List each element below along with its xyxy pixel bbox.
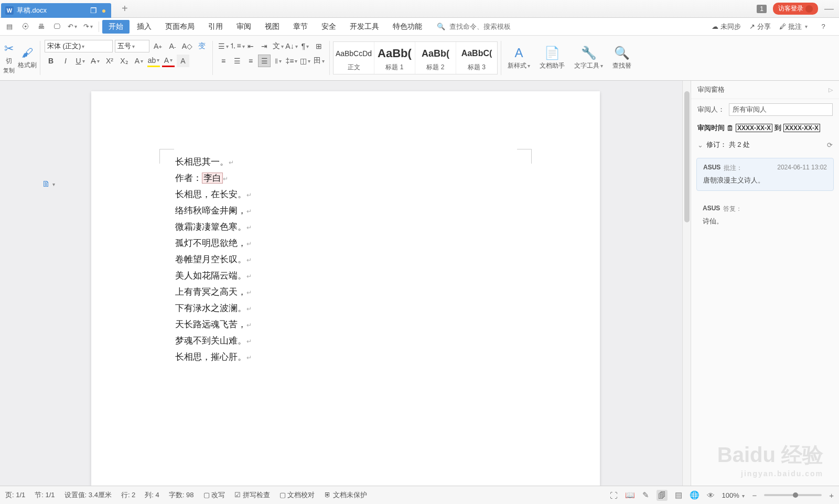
row-indicator[interactable]: 行: 2 (121, 490, 135, 500)
find-replace-button[interactable]: 🔍 查找替 (612, 46, 631, 70)
doc-line[interactable]: 天长路远魂飞苦，↵ (175, 317, 516, 333)
share-button[interactable]: ↗ 分享 (749, 22, 771, 31)
tab-insert[interactable]: 插入 (131, 20, 158, 34)
add-tab-button[interactable]: + (122, 3, 128, 15)
fullscreen-icon[interactable]: ⛶ (610, 491, 618, 500)
phonetic-icon[interactable]: 变 (196, 40, 208, 52)
bullets-button[interactable]: ☰▾ (217, 40, 230, 52)
increase-indent-button[interactable]: ⇥ (258, 40, 271, 52)
comment-card[interactable]: ASUS 批注： 2024-06-11 13:02 唐朝浪漫主义诗人。 (696, 158, 834, 191)
tab-review[interactable]: 审阅 (230, 20, 257, 34)
font-color-button[interactable]: A▾ (162, 55, 175, 67)
refresh-icon[interactable]: ⟳ (827, 141, 833, 149)
line-spacing-button[interactable]: ‡≡▾ (285, 55, 298, 67)
text-direction-button[interactable]: 文▾ (272, 40, 284, 52)
doc-line[interactable]: 微霜凄凄簟色寒。↵ (175, 219, 516, 235)
undo-icon[interactable]: ↶▾ (66, 20, 79, 33)
chevron-down-icon[interactable]: ⌄ (697, 141, 703, 149)
font-family-select[interactable]: 宋体 (正文)▾ (45, 40, 113, 52)
style-heading2[interactable]: AaBb( 标题 2 (415, 42, 456, 74)
comment-card[interactable]: ASUS 答复： 诗仙。 (696, 199, 834, 231)
doc-line[interactable]: 长相思其一。↵ (175, 154, 516, 170)
overwrite-toggle[interactable]: ▢ 改写 (203, 490, 225, 500)
tracked-change[interactable]: 李白 (202, 173, 223, 184)
justify-button[interactable]: ☰ (258, 55, 271, 67)
redo-icon[interactable]: ↷▾ (82, 20, 94, 33)
align-right-button[interactable]: ≡ (244, 55, 257, 67)
style-gallery[interactable]: AaBbCcDd 正文 AaBb( 标题 1 AaBb( 标题 2 AaBbC(… (333, 41, 498, 74)
save-icon[interactable]: 🖸 (19, 20, 31, 33)
document-tab[interactable]: W 草稿.docx ❐ ● (1, 3, 111, 18)
new-style-button[interactable]: A 新样式▾ (508, 46, 530, 70)
doc-line[interactable]: 长相思，在长安。↵ (175, 187, 516, 203)
setup-indicator[interactable]: 设置值: 3.4厘米 (64, 490, 112, 500)
section-indicator[interactable]: 节: 1/1 (35, 490, 55, 500)
reviewer-select[interactable]: 所有审阅人 (729, 103, 833, 116)
doc-line[interactable]: 长相思，摧心肝。↵ (175, 349, 516, 366)
calendar-icon[interactable]: 🗓 (727, 124, 734, 132)
print-icon[interactable]: 🖶 (35, 20, 47, 33)
shrink-font-icon[interactable]: A- (166, 40, 179, 52)
print-preview-icon[interactable]: 🖵 (50, 20, 63, 33)
date-to[interactable]: XXXX-XX-X (783, 124, 820, 132)
tab-features[interactable]: 特色功能 (386, 20, 428, 34)
help-icon[interactable]: ? (817, 20, 830, 33)
superscript-button[interactable]: X² (103, 55, 116, 67)
vertical-scrollbar[interactable] (682, 81, 691, 486)
para-marks-button[interactable]: ¶▾ (299, 40, 311, 52)
clear-format-icon[interactable]: A◇ (181, 40, 193, 52)
doc-line-author[interactable]: 作者：李白↵ (175, 170, 516, 187)
outline-view-icon[interactable]: ▤ (675, 490, 682, 500)
word-count[interactable]: 字数: 98 (169, 490, 194, 500)
zoom-out-icon[interactable]: − (752, 491, 757, 500)
style-heading3[interactable]: AaBbC( 标题 3 (456, 42, 497, 74)
italic-button[interactable]: I (59, 55, 72, 67)
comment-anchor-icon[interactable]: 🗎▾ (42, 179, 55, 189)
align-left-button[interactable]: ≡ (217, 55, 230, 67)
zoom-slider[interactable] (764, 494, 822, 496)
close-icon[interactable]: ▷ (829, 87, 833, 93)
proofing-toggle[interactable]: ▢ 文档校对 (279, 490, 315, 500)
tab-references[interactable]: 引用 (202, 20, 229, 34)
edit-mode-icon[interactable]: ✎ (642, 490, 649, 500)
command-search-input[interactable] (449, 23, 528, 30)
tab-view[interactable]: 视图 (259, 20, 286, 34)
font-size-select[interactable]: 五号▾ (115, 40, 149, 52)
distribute-button[interactable]: ⫴▾ (272, 55, 284, 67)
doc-helper-button[interactable]: 📄 文档助手 (540, 46, 565, 70)
tab-monitor-icon[interactable]: ❐ (90, 7, 96, 14)
notification-badge[interactable]: 1 (757, 5, 767, 13)
shading-button[interactable]: ◫▾ (299, 55, 311, 67)
col-indicator[interactable]: 列: 4 (145, 490, 159, 500)
sync-status[interactable]: ☁ 未同步 (712, 22, 741, 31)
underline-button[interactable]: U▾ (74, 55, 87, 67)
doc-line[interactable]: 孤灯不明思欲绝，↵ (175, 235, 516, 252)
highlight-button[interactable]: ab▾ (147, 55, 160, 67)
text-effect-button[interactable]: A▾ (133, 55, 145, 67)
cut-button[interactable]: ✂ 切 复制 (3, 42, 15, 74)
borders-button[interactable]: 田▾ (313, 55, 325, 67)
comments-button[interactable]: 🖉 批注 ▾ (779, 22, 808, 31)
date-from[interactable]: XXXX-XX-X (736, 124, 772, 132)
tab-security[interactable]: 安全 (315, 20, 342, 34)
char-shading-button[interactable]: A (177, 55, 189, 67)
eye-care-icon[interactable]: 👁 (707, 491, 715, 500)
scrollbar-thumb[interactable] (684, 91, 690, 222)
web-view-icon[interactable]: 🌐 (690, 490, 700, 500)
sort-button[interactable]: A↓▾ (285, 40, 298, 52)
tab-chapter[interactable]: 章节 (287, 20, 314, 34)
doc-line[interactable]: 上有青冥之高天，↵ (175, 284, 516, 301)
strikethrough-button[interactable]: A̶▾ (89, 55, 101, 67)
app-menu-icon[interactable]: ▤ (3, 20, 16, 33)
tab-dev-tools[interactable]: 开发工具 (343, 20, 385, 34)
guest-login-button[interactable]: 访客登录 (773, 3, 818, 15)
numbering-button[interactable]: ⒈≡▾ (231, 40, 243, 52)
grow-font-icon[interactable]: A+ (152, 40, 164, 52)
doc-line[interactable]: 络纬秋啼金井阑，↵ (175, 203, 516, 219)
decrease-indent-button[interactable]: ⇤ (244, 40, 257, 52)
read-mode-icon[interactable]: 📖 (625, 490, 635, 500)
spellcheck-toggle[interactable]: ☑ 拼写检查 (234, 490, 270, 500)
bold-button[interactable]: B (45, 55, 57, 67)
style-normal[interactable]: AaBbCcDd 正文 (334, 42, 374, 74)
tab-page-layout[interactable]: 页面布局 (159, 20, 201, 34)
